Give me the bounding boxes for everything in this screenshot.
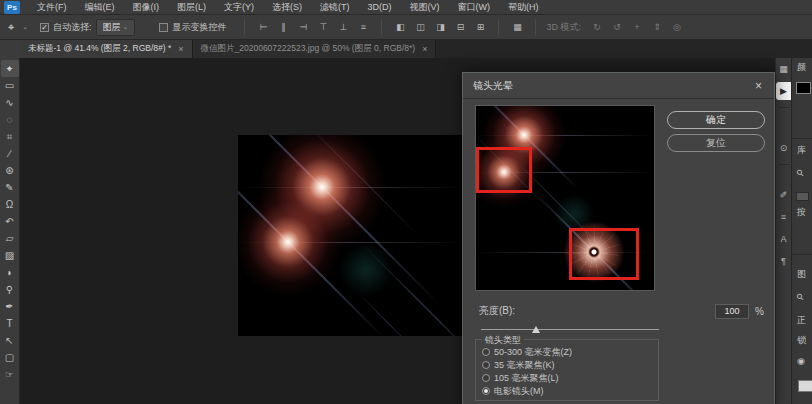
flare-streak (238, 146, 384, 336)
lens-option-35mm-prime[interactable]: 35 毫米聚焦(K) (482, 359, 555, 371)
menu-select[interactable]: 选择(S) (263, 0, 311, 15)
show-transform-checkbox[interactable]: ✓ (159, 23, 168, 32)
layers-filter-icon[interactable]: ⚲ (794, 291, 806, 303)
pan-3d-icon[interactable]: + (629, 22, 645, 32)
layers-panel-tab[interactable]: 图 (797, 268, 806, 281)
pen-tool[interactable]: ✒ (1, 298, 19, 315)
flare-artifact (238, 187, 464, 188)
dialog-title-bar[interactable]: 镜头光晕 × (463, 73, 774, 99)
move-tool[interactable]: ⌖ (1, 60, 19, 77)
reset-button[interactable]: 复位 (667, 134, 765, 152)
menu-3d[interactable]: 3D(D) (359, 0, 401, 15)
slider-thumb[interactable] (532, 326, 540, 333)
clone-stamp-tool[interactable]: Ω (1, 196, 19, 213)
distribute-bottom-icon[interactable]: ⊞ (472, 22, 488, 32)
history-brush-tool[interactable]: ↶ (1, 213, 19, 230)
brightness-row: 亮度(B): 100 % (479, 303, 764, 319)
brightness-value-input[interactable]: 100 (715, 304, 749, 319)
close-icon[interactable]: × (753, 79, 764, 93)
menu-window[interactable]: 窗口(W) (449, 0, 500, 15)
distribute-center-icon[interactable]: ◫ (412, 22, 428, 32)
dodge-tool[interactable]: ⚲ (1, 281, 19, 298)
align-center-v-icon[interactable]: ≡ (355, 22, 371, 32)
search-icon[interactable]: ⚲ (794, 167, 806, 179)
dolly-3d-icon[interactable]: ◎ (669, 22, 685, 32)
tool-preset-caret-icon[interactable]: ⌄ (22, 23, 28, 31)
gradient-tool[interactable]: ▨ (1, 247, 19, 264)
distribute-right-icon[interactable]: ◨ (432, 22, 448, 32)
libraries-button[interactable] (796, 192, 809, 201)
path-selection-tool[interactable]: ↖ (1, 332, 19, 349)
lens-option-label: 35 毫米聚焦(K) (494, 359, 555, 372)
roll-3d-icon[interactable]: ↺ (609, 22, 625, 32)
eraser-tool[interactable]: ▱ (1, 230, 19, 247)
flare-preview[interactable] (475, 105, 655, 291)
radio-selected-icon (482, 387, 490, 395)
document-canvas[interactable] (238, 135, 464, 336)
lens-option-movie-prime[interactable]: 电影镜头(M) (482, 385, 544, 397)
foreground-color-swatch[interactable] (796, 82, 811, 94)
align-bottom-icon[interactable]: ⊥ (335, 22, 351, 32)
menu-file[interactable]: 文件(F) (28, 0, 76, 15)
actions-panel-icon[interactable]: ▶ (776, 82, 792, 100)
menu-layer[interactable]: 图层(L) (168, 0, 215, 15)
marquee-tool[interactable]: ▭ (1, 77, 19, 94)
rectangle-tool[interactable]: ▢ (1, 349, 19, 366)
paragraph-panel-icon[interactable]: ¶ (776, 252, 791, 270)
color-panel-tab[interactable]: 颜 (797, 61, 806, 74)
distribute-top-icon[interactable]: ⊟ (452, 22, 468, 32)
align-top-icon[interactable]: ⊤ (315, 22, 331, 32)
menu-type[interactable]: 文字(Y) (215, 0, 263, 15)
document-tab-wechat-image[interactable]: 微信图片_20200607222523.jpg @ 50% (图层 0, RGB… (193, 40, 437, 58)
align-center-h-icon[interactable]: ∥ (275, 22, 291, 32)
auto-select-target-dropdown[interactable]: 图层 ⌄ (96, 19, 136, 36)
radio-icon (482, 374, 490, 382)
menu-help[interactable]: 帮助(H) (499, 0, 548, 15)
orbit-3d-icon[interactable]: ↻ (589, 22, 605, 32)
layer-visibility-eye-icon[interactable]: ◉ (797, 356, 805, 366)
align-left-icon[interactable]: ⊢ (255, 22, 271, 32)
tab-bar-spacer (0, 40, 20, 58)
flare-artifact (476, 135, 654, 136)
type-tool[interactable]: T (1, 315, 19, 332)
flare-selection-box[interactable] (476, 147, 532, 193)
ok-button[interactable]: 确定 (667, 111, 765, 129)
flare-selection-box[interactable] (569, 228, 639, 280)
brushes-panel-icon[interactable]: ≡ (776, 208, 791, 226)
auto-select-checkbox[interactable]: ✓ (40, 23, 49, 32)
document-tab-untitled[interactable]: 未标题-1 @ 41.4% (图层 2, RGB/8#) * × (20, 40, 193, 58)
menu-view[interactable]: 视图(V) (401, 0, 449, 15)
slide-3d-icon[interactable]: ⇕ (649, 22, 665, 32)
lens-flare (257, 135, 387, 252)
lens-option-50-300-zoom[interactable]: 50-300 毫米变焦(Z) (482, 346, 572, 358)
healing-brush-tool[interactable]: ⊛ (1, 162, 19, 179)
blur-tool[interactable]: ◗ (1, 264, 19, 281)
close-icon[interactable]: × (422, 44, 427, 54)
character-panel-icon[interactable]: A (776, 230, 791, 248)
lens-type-group: 镜头类型 50-300 毫米变焦(Z) 35 毫米聚焦(K) 105 毫米聚焦(… (475, 339, 659, 401)
align-right-icon[interactable]: ⊣ (295, 22, 311, 32)
flare-artifact (336, 245, 396, 295)
close-icon[interactable]: × (178, 44, 183, 54)
menu-edit[interactable]: 编辑(E) (76, 0, 124, 15)
hand-tool[interactable]: ☞ (1, 366, 19, 383)
menu-filter[interactable]: 滤镜(T) (311, 0, 359, 15)
layer-thumbnail[interactable] (798, 380, 812, 392)
auto-select-label: 自动选择: (53, 21, 92, 34)
lens-option-105mm-prime[interactable]: 105 毫米聚焦(L) (482, 372, 559, 384)
lasso-tool[interactable]: ∿ (1, 94, 19, 111)
distribute-spacing-icon[interactable]: ▦ (509, 22, 525, 32)
crop-tool[interactable]: ⌗ (1, 128, 19, 145)
libraries-panel-tab[interactable]: 库 (797, 144, 806, 157)
brush-tool[interactable]: ✎ (1, 179, 19, 196)
history-panel-icon[interactable]: ▦ (776, 60, 791, 78)
distribute-left-icon[interactable]: ◧ (392, 22, 408, 32)
dialog-title: 镜头光晕 (473, 79, 513, 93)
quick-selection-tool[interactable]: ◌ (1, 111, 19, 128)
blend-mode-label[interactable]: 正 (797, 314, 806, 327)
menu-image[interactable]: 图像(I) (124, 0, 169, 15)
eyedropper-tool[interactable]: ∕ (1, 145, 19, 162)
clone-source-panel-icon[interactable]: ⊙ (776, 139, 791, 157)
brush-settings-panel-icon[interactable]: ✐ (776, 186, 791, 204)
panel-strip-divider (778, 164, 790, 165)
